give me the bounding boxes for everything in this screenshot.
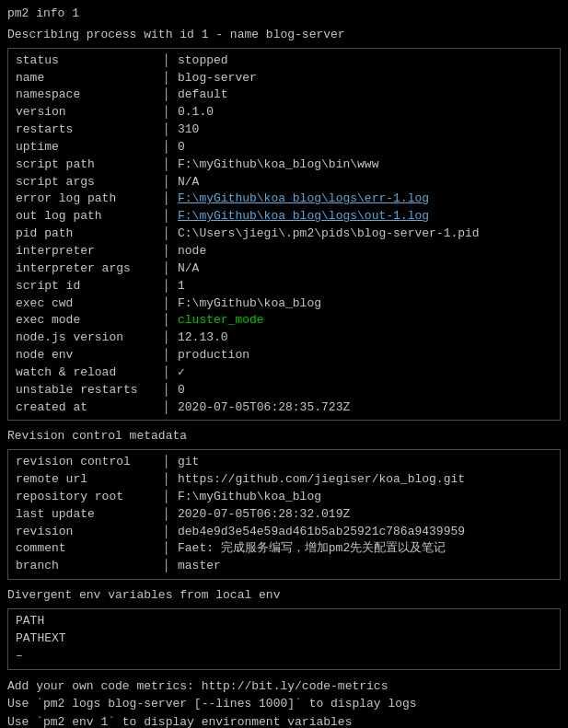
- table-row: exec mode│cluster_mode: [16, 312, 552, 329]
- table-val: 0.1.0: [178, 104, 552, 121]
- table-val: deb4e9d3e54e59ad461b5ab25921c786a9439959: [178, 524, 552, 541]
- footer-line: Add your own code metrics: http://bit.ly…: [7, 677, 561, 696]
- table-val: https://github.com/jiegiser/koa_blog.git: [178, 471, 552, 489]
- table-row: revision control│git: [16, 454, 552, 471]
- table-key: repository root: [16, 489, 163, 506]
- table-val: node: [178, 243, 552, 260]
- table-key: branch: [16, 558, 163, 575]
- table-sep: │: [163, 121, 178, 139]
- env-var: PATHEXT: [16, 630, 552, 648]
- table-key: pid path: [16, 225, 163, 243]
- table-sep: │: [163, 52, 178, 70]
- table-val: F:\myGithub\koa_blog\logs\out-1.log: [178, 208, 552, 225]
- table-key: last update: [16, 506, 163, 524]
- table-row: branch│master: [16, 558, 552, 575]
- table-key: namespace: [16, 87, 163, 104]
- table-sep: │: [163, 260, 178, 278]
- table-key: node env: [16, 347, 163, 364]
- table-sep: │: [163, 191, 178, 208]
- table-val: 2020-07-05T06:28:32.019Z: [178, 506, 552, 524]
- table-key: restarts: [16, 121, 163, 139]
- table-key: node.js version: [16, 329, 163, 347]
- table-sep: │: [163, 208, 178, 225]
- table-sep: │: [163, 174, 178, 191]
- table-sep: │: [163, 104, 178, 121]
- table-row: out log path│F:\myGithub\koa_blog\logs\o…: [16, 208, 552, 225]
- table-row: remote url│https://github.com/jiegiser/k…: [16, 471, 552, 489]
- table-val: F:\myGithub\koa_blog\bin\www: [178, 156, 552, 174]
- table-sep: │: [163, 225, 178, 243]
- table-key: exec mode: [16, 312, 163, 329]
- table-row: repository root│F:\myGithub\koa_blog: [16, 489, 552, 506]
- footer-line: Use `pm2 env 1` to display environment v…: [7, 713, 561, 728]
- env-var: –: [16, 648, 552, 665]
- table-sep: │: [163, 506, 178, 524]
- table-key: watch & reload: [16, 364, 163, 382]
- table-val: 0: [178, 382, 552, 399]
- table-key: remote url: [16, 471, 163, 489]
- table-key: status: [16, 52, 163, 70]
- table-val: stopped: [178, 52, 552, 70]
- table-key: interpreter args: [16, 260, 163, 278]
- table-sep: │: [163, 312, 178, 329]
- table-sep: │: [163, 70, 178, 87]
- table-sep: │: [163, 139, 178, 156]
- table-key: interpreter: [16, 243, 163, 260]
- command-line: pm2 info 1: [7, 6, 561, 23]
- table-val: production: [178, 347, 552, 364]
- table-row: script args│N/A: [16, 174, 552, 191]
- table-sep: │: [163, 278, 178, 295]
- table-row: watch & reload│✓: [16, 364, 552, 382]
- table-val: git: [178, 454, 552, 471]
- table-key: comment: [16, 540, 163, 558]
- describe-line: Describing process with id 1 - name blog…: [7, 27, 561, 44]
- table-sep: │: [163, 558, 178, 575]
- table-row: version│0.1.0: [16, 104, 552, 121]
- env-section-title: Divergent env variables from local env: [7, 587, 561, 605]
- table-key: created at: [16, 399, 163, 417]
- table-row: namespace│default: [16, 87, 552, 104]
- table-sep: │: [163, 156, 178, 174]
- table-val: master: [178, 558, 552, 575]
- table-sep: │: [163, 524, 178, 541]
- table-key: exec cwd: [16, 295, 163, 313]
- table-val: F:\myGithub\koa_blog: [178, 489, 552, 506]
- table-key: error log path: [16, 191, 163, 208]
- table-row: revision│deb4e9d3e54e59ad461b5ab25921c78…: [16, 524, 552, 541]
- table-row: created at│2020-07-05T06:28:35.723Z: [16, 399, 552, 417]
- table-row: node.js version│12.13.0: [16, 329, 552, 347]
- table-key: script id: [16, 278, 163, 295]
- table-sep: │: [163, 347, 178, 364]
- table-sep: │: [163, 489, 178, 506]
- table-sep: │: [163, 295, 178, 313]
- table-val: Faet: 完成服务编写，增加pm2先关配置以及笔记: [178, 540, 552, 558]
- process-table: status│stoppedname│blog-servernamespace│…: [7, 48, 561, 422]
- table-row: comment│Faet: 完成服务编写，增加pm2先关配置以及笔记: [16, 540, 552, 558]
- table-sep: │: [163, 454, 178, 471]
- table-val: N/A: [178, 174, 552, 191]
- footer-line: Use `pm2 logs blog-server [--lines 1000]…: [7, 695, 561, 713]
- table-val: C:\Users\jiegi\.pm2\pids\blog-server-1.p…: [178, 225, 552, 243]
- table-key: revision: [16, 524, 163, 541]
- env-box: PATHPATHEXT–: [7, 608, 561, 670]
- table-val: F:\myGithub\koa_blog: [178, 295, 552, 313]
- table-val: 12.13.0: [178, 329, 552, 347]
- table-val: 1: [178, 278, 552, 295]
- table-sep: │: [163, 87, 178, 104]
- table-key: uptime: [16, 139, 163, 156]
- table-sep: │: [163, 243, 178, 260]
- table-val: 310: [178, 121, 552, 139]
- table-val: 2020-07-05T06:28:35.723Z: [178, 399, 552, 417]
- table-row: interpreter│node: [16, 243, 552, 260]
- table-val: default: [178, 87, 552, 104]
- table-sep: │: [163, 399, 178, 417]
- footer: Add your own code metrics: http://bit.ly…: [7, 677, 561, 728]
- table-row: exec cwd│F:\myGithub\koa_blog: [16, 295, 552, 313]
- table-val: N/A: [178, 260, 552, 278]
- table-key: out log path: [16, 208, 163, 225]
- table-key: revision control: [16, 454, 163, 471]
- table-row: name│blog-server: [16, 70, 552, 87]
- table-row: interpreter args│N/A: [16, 260, 552, 278]
- table-key: script args: [16, 174, 163, 191]
- table-row: last update│2020-07-05T06:28:32.019Z: [16, 506, 552, 524]
